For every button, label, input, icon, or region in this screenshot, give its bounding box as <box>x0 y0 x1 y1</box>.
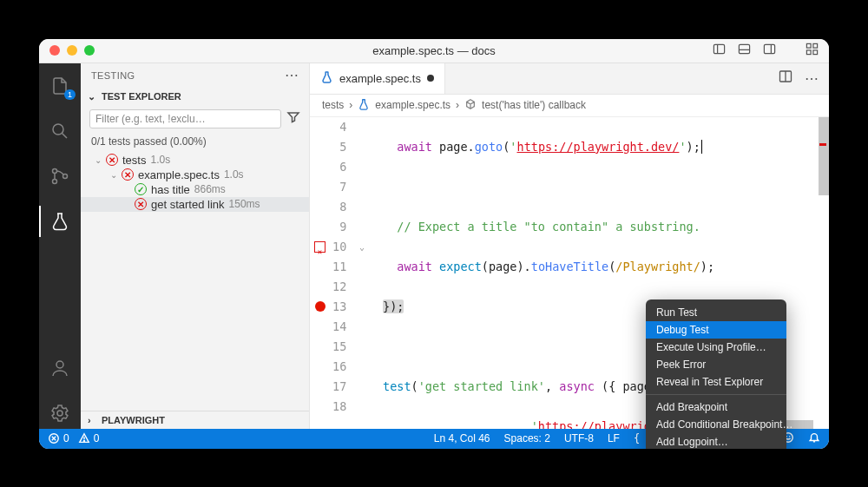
breadcrumb[interactable]: tests› example.spec.ts› test('has title'… <box>310 95 829 117</box>
search-view-icon[interactable] <box>39 115 81 147</box>
svg-point-15 <box>56 361 63 368</box>
menu-debug-test[interactable]: Debug Test <box>646 321 786 339</box>
accounts-icon[interactable] <box>39 352 81 384</box>
tree-label: has title <box>151 183 190 196</box>
fail-icon: ✕ <box>106 154 118 166</box>
status-warnings[interactable]: 0 <box>78 432 100 444</box>
filter-icon[interactable] <box>286 110 300 127</box>
menu-add-cond-breakpoint[interactable]: Add Conditional Breakpoint… <box>646 416 786 433</box>
editor-area: example.spec.ts ⋯ tests› example.spec.ts… <box>310 63 829 429</box>
status-encoding[interactable]: UTF-8 <box>564 432 594 444</box>
status-lncol[interactable]: Ln 4, Col 46 <box>434 432 490 444</box>
crumb-file: example.spec.ts <box>375 99 450 111</box>
symbol-icon <box>464 98 477 113</box>
duration: 1.0s <box>224 168 244 181</box>
panel-title: TESTING <box>91 70 135 81</box>
duration: 150ms <box>229 198 260 210</box>
menu-peek-error[interactable]: Peek Error <box>646 356 786 373</box>
crumb-symbol: test('has title') callback <box>482 99 586 111</box>
playwright-label: PLAYWRIGHT <box>102 415 165 425</box>
test-explorer-label: TEST EXPLORER <box>102 91 181 102</box>
svg-point-13 <box>53 179 57 183</box>
testing-panel: TESTING ⋯ ⌄ TEST EXPLORER Filter (e.g. t… <box>81 63 310 429</box>
fail-icon: ✕ <box>122 168 134 181</box>
tab-label: example.spec.ts <box>339 72 421 85</box>
window-title: example.spec.ts — docs <box>39 44 829 57</box>
status-eol[interactable]: LF <box>608 432 620 444</box>
panel-more-icon[interactable]: ⋯ <box>285 72 299 79</box>
glyph-margin: ✕ <box>310 117 330 429</box>
titlebar: example.spec.ts — docs <box>39 39 829 63</box>
menu-add-breakpoint[interactable]: Add Breakpoint <box>646 398 786 416</box>
tree-label: tests <box>122 154 146 167</box>
crumb-folder: tests <box>322 99 344 111</box>
filter-input[interactable]: Filter (e.g. text, !exclu… <box>89 109 281 128</box>
fail-icon[interactable]: ✕ <box>314 241 326 253</box>
fold-margin: ⌄ <box>355 117 368 429</box>
chevron-down-icon: ⌄ <box>110 170 117 180</box>
fold-chevron-icon[interactable]: ⌄ <box>355 237 368 257</box>
svg-line-11 <box>62 133 68 138</box>
status-errors[interactable]: 0 <box>48 432 69 444</box>
menu-run-test[interactable]: Run Test <box>646 304 786 321</box>
tab-example-spec[interactable]: example.spec.ts <box>310 63 445 94</box>
svg-point-23 <box>83 440 84 441</box>
tree-test-get-started[interactable]: ✕ get started link 150ms <box>81 197 309 212</box>
duration: 1.0s <box>150 154 170 166</box>
test-explorer-header[interactable]: ⌄ TEST EXPLORER <box>81 88 309 106</box>
pass-icon: ✓ <box>135 183 147 195</box>
explorer-badge: 1 <box>64 89 76 100</box>
gutter-context-menu: Run Test Debug Test Execute Using Profil… <box>646 299 786 449</box>
scm-view-icon[interactable] <box>39 161 81 192</box>
fail-icon: ✕ <box>135 198 147 210</box>
svg-point-14 <box>63 174 68 178</box>
chevron-down-icon: ⌄ <box>88 91 96 102</box>
svg-point-12 <box>53 168 57 173</box>
duration: 866ms <box>194 183 226 195</box>
line-numbers: 456789101112131415161718 <box>330 117 355 429</box>
tree-test-has-title[interactable]: ✓ has title 866ms <box>81 182 309 197</box>
menu-reveal-explorer[interactable]: Reveal in Test Explorer <box>646 373 786 391</box>
minimap-error-marker <box>819 143 826 146</box>
minimap-slider[interactable] <box>819 117 829 195</box>
status-bell-icon[interactable] <box>808 431 820 446</box>
flask-icon <box>320 70 333 86</box>
tab-bar: example.spec.ts ⋯ <box>310 63 829 95</box>
test-summary: 0/1 tests passed (0.00%) <box>81 132 309 151</box>
test-tree: ⌄ ✕ tests 1.0s ⌄ ✕ example.spec.ts 1.0s … <box>81 151 309 214</box>
flask-icon <box>358 98 370 113</box>
tree-file[interactable]: ⌄ ✕ example.spec.ts 1.0s <box>81 168 309 182</box>
tree-label: get started link <box>151 198 225 211</box>
menu-execute-profile[interactable]: Execute Using Profile… <box>646 339 786 356</box>
testing-view-icon[interactable] <box>39 206 81 237</box>
tree-suite-tests[interactable]: ⌄ ✕ tests 1.0s <box>81 153 309 168</box>
svg-point-16 <box>57 411 62 416</box>
activity-bar: 1 <box>39 63 81 429</box>
modified-dot-icon <box>427 75 434 82</box>
split-editor-icon[interactable] <box>779 69 792 87</box>
minimap[interactable] <box>813 117 829 429</box>
settings-gear-icon[interactable] <box>39 398 81 429</box>
breakpoint-icon[interactable] <box>315 301 326 312</box>
status-spaces[interactable]: Spaces: 2 <box>504 432 550 444</box>
playwright-section[interactable]: › PLAYWRIGHT <box>81 411 309 429</box>
explorer-view-icon[interactable]: 1 <box>39 70 81 102</box>
panel-title-row: TESTING ⋯ <box>81 63 309 88</box>
menu-add-logpoint[interactable]: Add Logpoint… <box>646 433 786 449</box>
tree-label: example.spec.ts <box>138 168 220 181</box>
editor-actions: ⋯ <box>768 63 829 94</box>
more-actions-icon[interactable]: ⋯ <box>805 70 819 87</box>
svg-point-10 <box>53 124 63 135</box>
chevron-down-icon: ⌄ <box>95 155 102 165</box>
vscode-window: example.spec.ts — docs 1 TESTING ⋯ <box>39 39 829 449</box>
chevron-right-icon: › <box>88 415 96 425</box>
